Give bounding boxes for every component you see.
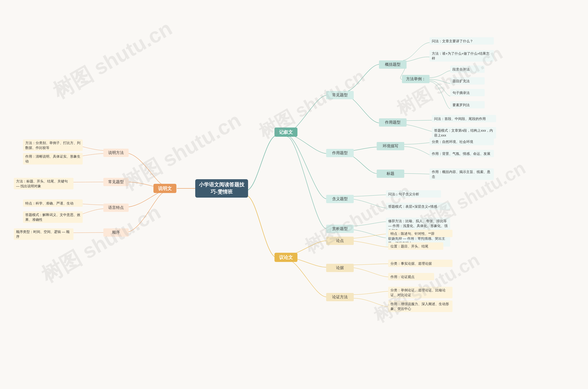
changjian-label: 常见题型: [332, 92, 348, 98]
gaiyue-label: 概括题型: [385, 62, 401, 67]
node-wf1: 问法：文章主要讲了什么？: [430, 37, 494, 45]
node-lunju-fl: 分类：事实论据、道理论据: [388, 260, 453, 267]
node-biaoti: 标题: [377, 170, 404, 178]
node-sm-ff-zy: 作用：清晰说明、具体证实、形象生动: [23, 153, 83, 164]
center-node: 小学语文阅读答题技巧-雯情班: [195, 179, 248, 198]
node-zuoyong-changjian: 作用题型: [379, 118, 406, 127]
sm-sx-label: 顺序: [112, 230, 120, 235]
node-lundian: 论点: [326, 237, 354, 245]
node-lunzheng-fl: 分类：举例论证、道理论证、比喻论证、对比论证: [388, 287, 453, 298]
node-zy-biaoti: 作用：概括内容、揭示主旨、线索、悬念: [430, 168, 494, 180]
duan-label: 段意合并法: [453, 67, 470, 72]
lunzheng-fl-label: 分类：举例论证、道理论证、比喻论证、对比论证: [390, 288, 450, 297]
lunzheng-label: 论证方法: [332, 294, 348, 300]
sm-ff-zy-label: 作用：清晰说明、具体证实、形象生动: [25, 154, 80, 163]
node-shuoming: 说明文: [154, 184, 176, 193]
node-sm-yy: 语言特点: [103, 204, 129, 212]
mindmap-svg: [0, 0, 588, 389]
sm-sx-lx-label: 顺序类型：时间、空间、逻辑 — 顺序: [16, 229, 71, 239]
wf1-label: 问法：文章主要讲了什么？: [432, 39, 473, 43]
sm-yy-td-label: 特点：科学、准确、严谨、生动: [25, 201, 73, 206]
jiyu-label: 记叙文: [279, 129, 293, 135]
sm-cj-ff-label: 方法：标题、开头、结尾、关键句 — 找出说明对象: [16, 179, 71, 188]
sm-ff-fangfa-label: 方法：分类别、举例子、打比方、列数据、作比较等: [25, 140, 80, 150]
dtms-hanyi-label: 答题模式：表层+深层含义+情感: [388, 204, 437, 209]
lunzheng-zy-label: 作用：增强说服力、深入阐述、生动形象、突出中心: [390, 301, 450, 311]
yilun-label: 议论文: [279, 254, 293, 260]
hanyi-label: 含义题型: [332, 196, 348, 202]
node-fl-hjmx: 分类：自然环境、社会环境: [430, 138, 494, 145]
node-sm-ff-fangfa: 方法：分类别、举例子、打比方、列数据、作比较等: [23, 139, 83, 151]
node-hanyi: 含义题型: [326, 195, 354, 203]
node-sm-yy-dtms: 答题模式：解释词义、文中意思、效果、准确性: [23, 211, 83, 223]
node-dtms-hanyi: 答题模式：表层+深层含义+情感: [386, 203, 450, 210]
node-yaos: 要素罗列法: [450, 101, 485, 108]
node-hjmx: 环境描写: [377, 142, 404, 150]
node-shuoming-ff: 说明方法: [103, 149, 129, 157]
lunju-fl-label: 分类：事实论据、道理论据: [390, 261, 432, 266]
node-sm-sx-lx: 顺序类型：时间、空间、逻辑 — 顺序: [14, 228, 73, 240]
wf-hanyi-label: 问法：句子含义分析: [388, 192, 419, 196]
node-lunju: 论据: [326, 264, 354, 272]
lunju-zy-label: 作用：论证观点: [390, 274, 415, 279]
node-wf-hanyi: 问法：句子含义分析: [386, 190, 441, 198]
sm-cj-label: 常见题型: [108, 179, 124, 185]
zy-hjmx-label: 作用：背景、气氛、情感、命运、发展: [432, 151, 490, 156]
node-lunju-zy: 作用：论证观点: [388, 273, 434, 280]
node-duan: 段意合并法: [450, 65, 485, 73]
fl-hjmx-label: 分类：自然环境、社会环境: [432, 139, 473, 144]
sm-yy-dtms-label: 答题模式：解释词义、文中意思、效果、准确性: [25, 212, 80, 222]
sm-yy-label: 语言特点: [108, 205, 124, 210]
biaoti-label: 标题: [387, 171, 394, 176]
ff1-label: 方法：谁+为了什么+做了什么+结果怎样: [432, 51, 492, 61]
node-lundian-wz: 位置：题目、开头、结尾: [388, 242, 443, 250]
zy2-label: 作用题型: [332, 150, 348, 156]
node-lunzheng-zy: 作用：增强说服力、深入阐述、生动形象、突出中心: [388, 300, 453, 312]
node-gaiyue: 概括题型: [379, 61, 406, 69]
temu-label: 题目扩充法: [453, 79, 470, 83]
center-label: 小学语文阅读答题技巧-雯情班: [198, 181, 245, 195]
dtms-wenz-label: 答题模式：文章第n段，结构上xxx，内容上xxx: [434, 128, 494, 138]
node-sm-cj: 常见题型: [103, 178, 129, 186]
lundian-wz-label: 位置：题目、开头、结尾: [390, 244, 428, 249]
node-lunzheng: 论证方法: [326, 293, 354, 301]
node-ffju: 方法举例：: [402, 75, 430, 83]
node-wf-shouduan: 问法：首段、中间段、尾段的作用: [432, 115, 496, 122]
node-juz: 句子摘录法: [450, 89, 485, 96]
node-sm-sx: 顺序: [103, 228, 129, 237]
node-sm-yy-td: 特点：科学、准确、严谨、生动: [23, 199, 83, 207]
zy-biaoti-label: 作用：概括内容、揭示主旨、线索、悬念: [432, 169, 492, 179]
shuoming-label: 说明文: [158, 185, 172, 192]
lundian-td-label: 特点：陈述句、针对性、**辞: [390, 231, 434, 236]
ffju-label: 方法举例：: [406, 76, 426, 82]
lunju-label: 论据: [336, 265, 344, 271]
node-sm-cj-ff: 方法：标题、开头、结尾、关键句 — 找出说明对象: [14, 178, 73, 189]
node-jiyu: 记叙文: [275, 128, 297, 137]
yaos-label: 要素罗列法: [453, 102, 470, 107]
lundian-label: 论点: [336, 238, 344, 244]
node-shangxi: 赏析题型: [326, 225, 354, 233]
node-changjian: 常见题型: [326, 91, 354, 99]
node-zy2: 作用题型: [326, 149, 354, 157]
shangxi-label: 赏析题型: [332, 226, 348, 232]
node-temu: 题目扩充法: [450, 77, 485, 85]
node-ff1: 方法：谁+为了什么+做了什么+结果怎样: [430, 50, 494, 62]
wf-shouduan-label: 问法：首段、中间段、尾段的作用: [434, 116, 486, 121]
juz-label: 句子摘录法: [453, 90, 470, 95]
node-dtms-wenz: 答题模式：文章第n段，结构上xxx，内容上xxx: [432, 127, 496, 138]
node-yilun: 议论文: [275, 253, 297, 262]
node-zy-hjmx: 作用：背景、气氛、情感、命运、发展: [430, 150, 494, 157]
node-lundian-td: 特点：陈述句、针对性、**辞: [388, 230, 453, 237]
hjmx-label: 环境描写: [383, 143, 398, 149]
zy-cj-label: 作用题型: [385, 120, 401, 125]
shuoming-ff-label: 说明方法: [108, 150, 124, 156]
